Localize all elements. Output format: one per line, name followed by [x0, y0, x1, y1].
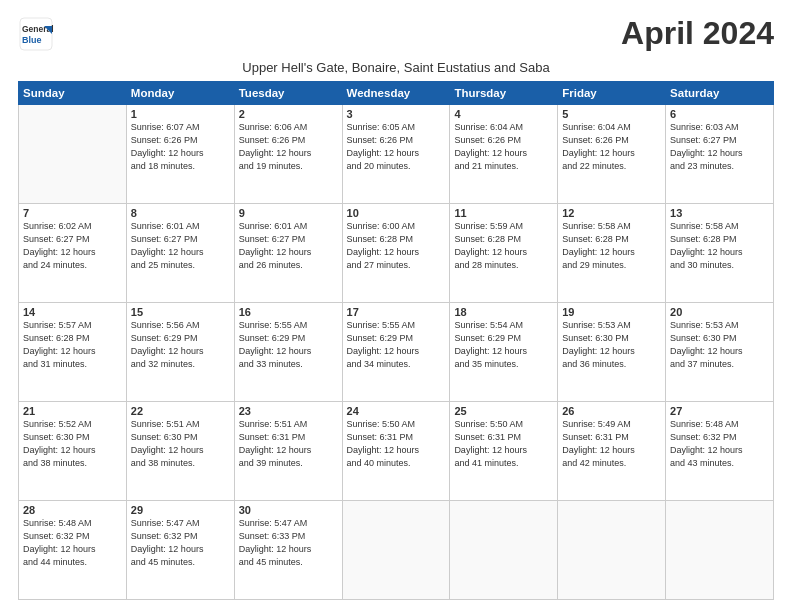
table-row — [342, 501, 450, 600]
table-row: 27Sunrise: 5:48 AMSunset: 6:32 PMDayligh… — [666, 402, 774, 501]
calendar-week-row: 21Sunrise: 5:52 AMSunset: 6:30 PMDayligh… — [19, 402, 774, 501]
header-monday: Monday — [126, 82, 234, 105]
table-row — [558, 501, 666, 600]
day-number: 14 — [23, 306, 122, 318]
day-number: 23 — [239, 405, 338, 417]
table-row: 1Sunrise: 6:07 AMSunset: 6:26 PMDaylight… — [126, 105, 234, 204]
page: General Blue April 2024 Upper Hell's Gat… — [0, 0, 792, 612]
calendar-week-row: 1Sunrise: 6:07 AMSunset: 6:26 PMDaylight… — [19, 105, 774, 204]
day-number: 19 — [562, 306, 661, 318]
day-info: Sunrise: 6:04 AMSunset: 6:26 PMDaylight:… — [562, 121, 661, 173]
day-info: Sunrise: 6:02 AMSunset: 6:27 PMDaylight:… — [23, 220, 122, 272]
day-number: 13 — [670, 207, 769, 219]
day-number: 22 — [131, 405, 230, 417]
table-row: 14Sunrise: 5:57 AMSunset: 6:28 PMDayligh… — [19, 303, 127, 402]
day-info: Sunrise: 5:57 AMSunset: 6:28 PMDaylight:… — [23, 319, 122, 371]
table-row: 15Sunrise: 5:56 AMSunset: 6:29 PMDayligh… — [126, 303, 234, 402]
logo: General Blue — [18, 16, 54, 56]
table-row: 26Sunrise: 5:49 AMSunset: 6:31 PMDayligh… — [558, 402, 666, 501]
table-row: 7Sunrise: 6:02 AMSunset: 6:27 PMDaylight… — [19, 204, 127, 303]
table-row: 22Sunrise: 5:51 AMSunset: 6:30 PMDayligh… — [126, 402, 234, 501]
table-row: 29Sunrise: 5:47 AMSunset: 6:32 PMDayligh… — [126, 501, 234, 600]
day-number: 18 — [454, 306, 553, 318]
table-row: 3Sunrise: 6:05 AMSunset: 6:26 PMDaylight… — [342, 105, 450, 204]
day-info: Sunrise: 5:55 AMSunset: 6:29 PMDaylight:… — [239, 319, 338, 371]
calendar-week-row: 28Sunrise: 5:48 AMSunset: 6:32 PMDayligh… — [19, 501, 774, 600]
subtitle: Upper Hell's Gate, Bonaire, Saint Eustat… — [18, 60, 774, 75]
day-info: Sunrise: 5:55 AMSunset: 6:29 PMDaylight:… — [347, 319, 446, 371]
table-row: 13Sunrise: 5:58 AMSunset: 6:28 PMDayligh… — [666, 204, 774, 303]
day-number: 20 — [670, 306, 769, 318]
table-row: 28Sunrise: 5:48 AMSunset: 6:32 PMDayligh… — [19, 501, 127, 600]
table-row: 18Sunrise: 5:54 AMSunset: 6:29 PMDayligh… — [450, 303, 558, 402]
day-info: Sunrise: 5:49 AMSunset: 6:31 PMDaylight:… — [562, 418, 661, 470]
day-info: Sunrise: 5:47 AMSunset: 6:32 PMDaylight:… — [131, 517, 230, 569]
title-block: April 2024 — [621, 16, 774, 51]
day-info: Sunrise: 5:52 AMSunset: 6:30 PMDaylight:… — [23, 418, 122, 470]
table-row: 24Sunrise: 5:50 AMSunset: 6:31 PMDayligh… — [342, 402, 450, 501]
day-number: 21 — [23, 405, 122, 417]
day-info: Sunrise: 5:53 AMSunset: 6:30 PMDaylight:… — [670, 319, 769, 371]
table-row: 9Sunrise: 6:01 AMSunset: 6:27 PMDaylight… — [234, 204, 342, 303]
table-row — [450, 501, 558, 600]
day-info: Sunrise: 5:47 AMSunset: 6:33 PMDaylight:… — [239, 517, 338, 569]
day-info: Sunrise: 6:00 AMSunset: 6:28 PMDaylight:… — [347, 220, 446, 272]
table-row — [19, 105, 127, 204]
header-friday: Friday — [558, 82, 666, 105]
table-row: 19Sunrise: 5:53 AMSunset: 6:30 PMDayligh… — [558, 303, 666, 402]
day-info: Sunrise: 5:48 AMSunset: 6:32 PMDaylight:… — [670, 418, 769, 470]
table-row: 23Sunrise: 5:51 AMSunset: 6:31 PMDayligh… — [234, 402, 342, 501]
day-info: Sunrise: 5:48 AMSunset: 6:32 PMDaylight:… — [23, 517, 122, 569]
header-saturday: Saturday — [666, 82, 774, 105]
day-number: 4 — [454, 108, 553, 120]
header-wednesday: Wednesday — [342, 82, 450, 105]
day-number: 15 — [131, 306, 230, 318]
calendar-week-row: 14Sunrise: 5:57 AMSunset: 6:28 PMDayligh… — [19, 303, 774, 402]
table-row: 2Sunrise: 6:06 AMSunset: 6:26 PMDaylight… — [234, 105, 342, 204]
weekday-header-row: Sunday Monday Tuesday Wednesday Thursday… — [19, 82, 774, 105]
header-thursday: Thursday — [450, 82, 558, 105]
table-row: 8Sunrise: 6:01 AMSunset: 6:27 PMDaylight… — [126, 204, 234, 303]
table-row: 5Sunrise: 6:04 AMSunset: 6:26 PMDaylight… — [558, 105, 666, 204]
table-row — [666, 501, 774, 600]
calendar-week-row: 7Sunrise: 6:02 AMSunset: 6:27 PMDaylight… — [19, 204, 774, 303]
day-number: 16 — [239, 306, 338, 318]
table-row: 10Sunrise: 6:00 AMSunset: 6:28 PMDayligh… — [342, 204, 450, 303]
day-number: 17 — [347, 306, 446, 318]
table-row: 17Sunrise: 5:55 AMSunset: 6:29 PMDayligh… — [342, 303, 450, 402]
day-info: Sunrise: 5:51 AMSunset: 6:31 PMDaylight:… — [239, 418, 338, 470]
month-title: April 2024 — [621, 16, 774, 51]
header: General Blue April 2024 — [18, 16, 774, 56]
header-sunday: Sunday — [19, 82, 127, 105]
day-info: Sunrise: 5:58 AMSunset: 6:28 PMDaylight:… — [670, 220, 769, 272]
day-info: Sunrise: 5:59 AMSunset: 6:28 PMDaylight:… — [454, 220, 553, 272]
table-row: 16Sunrise: 5:55 AMSunset: 6:29 PMDayligh… — [234, 303, 342, 402]
day-info: Sunrise: 5:53 AMSunset: 6:30 PMDaylight:… — [562, 319, 661, 371]
table-row: 4Sunrise: 6:04 AMSunset: 6:26 PMDaylight… — [450, 105, 558, 204]
table-row: 20Sunrise: 5:53 AMSunset: 6:30 PMDayligh… — [666, 303, 774, 402]
day-number: 11 — [454, 207, 553, 219]
day-number: 7 — [23, 207, 122, 219]
calendar-table: Sunday Monday Tuesday Wednesday Thursday… — [18, 81, 774, 600]
day-info: Sunrise: 5:51 AMSunset: 6:30 PMDaylight:… — [131, 418, 230, 470]
day-info: Sunrise: 6:06 AMSunset: 6:26 PMDaylight:… — [239, 121, 338, 173]
day-number: 9 — [239, 207, 338, 219]
svg-text:Blue: Blue — [22, 35, 42, 45]
day-info: Sunrise: 5:50 AMSunset: 6:31 PMDaylight:… — [454, 418, 553, 470]
day-number: 12 — [562, 207, 661, 219]
svg-rect-0 — [20, 18, 52, 50]
table-row: 6Sunrise: 6:03 AMSunset: 6:27 PMDaylight… — [666, 105, 774, 204]
header-tuesday: Tuesday — [234, 82, 342, 105]
day-info: Sunrise: 6:03 AMSunset: 6:27 PMDaylight:… — [670, 121, 769, 173]
table-row: 30Sunrise: 5:47 AMSunset: 6:33 PMDayligh… — [234, 501, 342, 600]
day-info: Sunrise: 5:50 AMSunset: 6:31 PMDaylight:… — [347, 418, 446, 470]
day-info: Sunrise: 6:01 AMSunset: 6:27 PMDaylight:… — [131, 220, 230, 272]
day-number: 8 — [131, 207, 230, 219]
day-number: 24 — [347, 405, 446, 417]
table-row: 11Sunrise: 5:59 AMSunset: 6:28 PMDayligh… — [450, 204, 558, 303]
day-number: 25 — [454, 405, 553, 417]
table-row: 21Sunrise: 5:52 AMSunset: 6:30 PMDayligh… — [19, 402, 127, 501]
day-number: 10 — [347, 207, 446, 219]
table-row: 25Sunrise: 5:50 AMSunset: 6:31 PMDayligh… — [450, 402, 558, 501]
day-info: Sunrise: 5:54 AMSunset: 6:29 PMDaylight:… — [454, 319, 553, 371]
